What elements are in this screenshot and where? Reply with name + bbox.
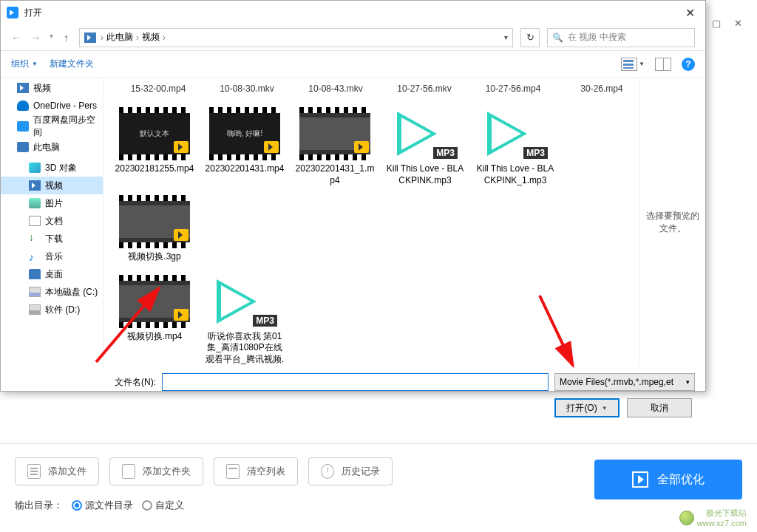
file-name-label[interactable]: 10-08-30.mkv	[210, 83, 284, 94]
sidebar-item-label: 图片	[45, 197, 63, 210]
file-item[interactable]: MP3听说你喜欢我 第01集_高清1080P在线观看平台_腾讯视频.mp3	[204, 275, 285, 367]
file-label: 202302201431.mp4	[206, 163, 285, 175]
view-mode-icon[interactable]	[621, 58, 637, 71]
sidebar-item-本地磁盘 (C:)[interactable]: 本地磁盘 (C:)	[1, 283, 103, 301]
mp3-icon: MP3	[209, 275, 280, 328]
ico-pc-icon	[17, 142, 29, 152]
file-label: 202302181255.mp4	[115, 163, 194, 175]
outer-close-icon[interactable]: ✕	[734, 18, 742, 29]
filename-input[interactable]	[162, 373, 549, 391]
file-name-label[interactable]: 10-08-43.mkv	[299, 83, 373, 94]
close-icon[interactable]: ✕	[681, 6, 699, 20]
sidebar-item-视频[interactable]: 视频	[1, 177, 103, 194]
bottom-btn-0[interactable]: 添加文件	[15, 457, 99, 485]
preview-pane-icon[interactable]	[655, 58, 671, 71]
nav-back-icon[interactable]: ←	[11, 32, 21, 44]
file-name-label[interactable]: 30-26.mp4	[565, 83, 639, 94]
sidebar-item-label: 下载	[45, 233, 63, 245]
sidebar-item-OneDrive - Pers[interactable]: OneDrive - Pers	[1, 97, 103, 115]
ico-cloud-icon	[17, 100, 29, 111]
file-name-label[interactable]: 15-32-00.mp4	[121, 83, 195, 94]
ico-music-icon	[29, 251, 41, 262]
sidebar-item-label: 视频	[33, 82, 51, 95]
file-label: Kill This Love - BLACKPINK_1.mp3	[475, 163, 556, 186]
breadcrumb[interactable]: › 此电脑 › 视频 › ▾	[79, 28, 513, 47]
dialog-title: 打开	[24, 7, 681, 19]
sidebar-item-label: 文档	[45, 215, 63, 228]
video-thumbnail-icon: 嗨哟, 好嘛!	[209, 107, 280, 160]
sidebar-item-音乐[interactable]: 音乐	[1, 248, 103, 265]
outer-minimize-icon[interactable]: ▢	[712, 18, 721, 29]
folder-icon	[122, 464, 135, 479]
sidebar-item-软件 (D:)[interactable]: 软件 (D:)	[1, 301, 103, 318]
breadcrumb-folder[interactable]: 视频	[142, 31, 160, 44]
video-thumbnail-icon	[119, 195, 190, 248]
cancel-button[interactable]: 取消	[627, 398, 692, 417]
bottom-btn-2[interactable]: 清空列表	[214, 457, 298, 485]
sidebar-item-3D 对象[interactable]: 3D 对象	[1, 159, 103, 177]
breadcrumb-dropdown-icon[interactable]: ▾	[504, 33, 508, 41]
file-item[interactable]: 默认文本202302181255.mp4	[114, 107, 195, 186]
sidebar-item-图片[interactable]: 图片	[1, 194, 103, 212]
nav-recent-chevron-icon[interactable]: ▾	[50, 32, 53, 44]
output-label: 输出目录：	[15, 499, 63, 512]
help-icon[interactable]: ?	[682, 58, 695, 71]
sidebar-item-label: 3D 对象	[45, 162, 77, 174]
file-item[interactable]: 视频切换.3gp	[114, 195, 195, 263]
file-label: 视频切换.3gp	[128, 251, 180, 263]
player-badge-icon	[174, 229, 189, 241]
file-name-label[interactable]: 10-27-56.mp4	[476, 83, 550, 94]
file-item[interactable]: MP3Kill This Love - BLACKPINK.mp3	[384, 107, 466, 186]
sidebar-item-文档[interactable]: 文档	[1, 212, 103, 230]
bottom-btn-1[interactable]: 添加文件夹	[109, 457, 203, 485]
video-thumbnail-icon: 默认文本	[119, 107, 190, 160]
new-folder-button[interactable]: 新建文件夹	[50, 58, 94, 70]
search-icon: 🔍	[552, 33, 563, 43]
video-thumbnail-icon	[299, 107, 370, 160]
refresh-icon[interactable]: ↻	[520, 28, 540, 47]
breadcrumb-root[interactable]: 此电脑	[106, 31, 133, 44]
optimize-all-button[interactable]: 全部优化	[594, 460, 742, 499]
view-dropdown-icon[interactable]: ▼	[639, 61, 645, 67]
sidebar-item-label: 软件 (D:)	[45, 304, 80, 316]
video-thumbnail-icon	[119, 275, 190, 328]
filetype-dropdown[interactable]: Movie Files(*.rmvb,*.mpeg,et▾	[554, 373, 695, 391]
nav-forward-icon[interactable]: →	[30, 32, 41, 44]
bottom-btn-label: 历史记录	[342, 465, 380, 478]
nav-up-icon[interactable]: ↑	[64, 32, 69, 44]
ico-disk-icon	[29, 287, 41, 297]
globe-icon	[679, 511, 694, 525]
organize-menu[interactable]: 组织▼	[11, 58, 38, 70]
sidebar-item-下载[interactable]: 下载	[1, 230, 103, 248]
sidebar-item-视频[interactable]: 视频	[1, 79, 103, 97]
search-input[interactable]: 🔍 在 视频 中搜索	[547, 28, 695, 47]
sidebar-item-label: 音乐	[45, 250, 63, 263]
file-label: 视频切换.mp4	[127, 331, 183, 343]
sidebar-item-label: 本地磁盘 (C:)	[45, 286, 98, 299]
breadcrumb-video-icon	[84, 33, 96, 43]
sidebar-item-label: 桌面	[45, 268, 63, 281]
sidebar-item-此电脑[interactable]: 此电脑	[1, 138, 103, 156]
file-grid[interactable]: 15-32-00.mp410-08-30.mkv10-08-43.mkv10-2…	[103, 78, 639, 367]
file-item[interactable]: 嗨哟, 好嘛!202302201431.mp4	[204, 107, 285, 186]
file-name-label[interactable]: 10-27-56.mkv	[387, 83, 461, 94]
titlebar: 打开 ✕	[1, 1, 705, 24]
bottom-btn-3[interactable]: 历史记录	[308, 457, 393, 485]
file-name-row: 15-32-00.mp410-08-30.mkv10-08-43.mkv10-2…	[109, 83, 639, 94]
sidebar-item-百度网盘同步空间[interactable]: 百度网盘同步空间	[1, 117, 103, 135]
bottom-btn-label: 添加文件夹	[143, 465, 191, 478]
file-item[interactable]: 202302201431_1.mp4	[294, 107, 376, 186]
file-item[interactable]: 视频切换.mp4	[114, 275, 195, 367]
ico-3d-icon	[29, 163, 41, 173]
trash-icon	[226, 464, 240, 479]
file-item[interactable]: MP3Kill This Love - BLACKPINK_1.mp3	[475, 107, 556, 186]
app-icon	[7, 7, 18, 18]
mp3-icon: MP3	[390, 107, 461, 160]
radio-custom-dir[interactable]: 自定义	[142, 499, 184, 512]
sidebar-item-桌面[interactable]: 桌面	[1, 265, 103, 283]
preview-pane: 选择要预览的文件。	[639, 78, 705, 367]
file-label: 202302201431_1.mp4	[294, 163, 376, 186]
ico-pic-icon	[29, 198, 41, 208]
radio-source-dir[interactable]: 源文件目录	[72, 499, 133, 512]
open-button[interactable]: 打开(O)▼	[554, 398, 619, 417]
